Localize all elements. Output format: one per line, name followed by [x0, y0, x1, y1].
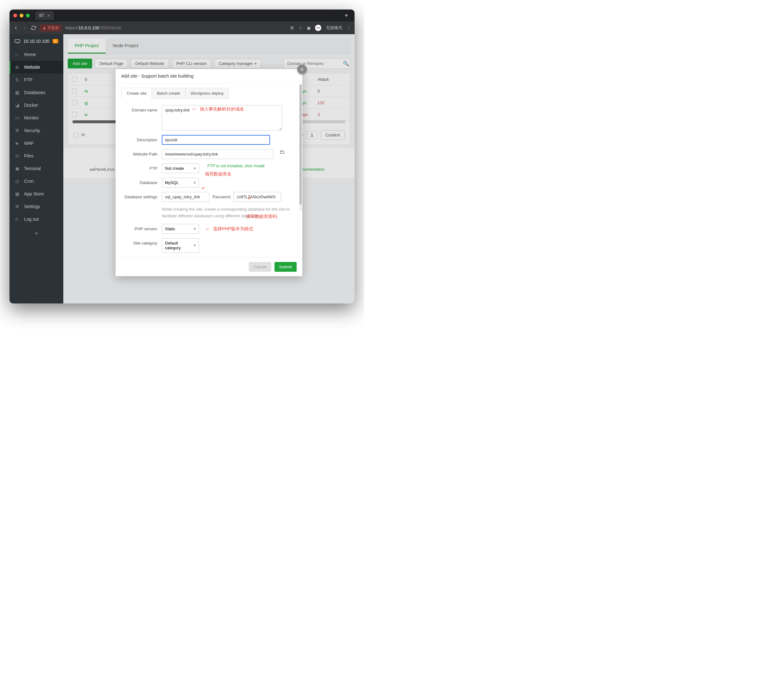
sidebar-item-files[interactable]: 🗀Files	[10, 150, 63, 162]
url-display[interactable]: https://10.0.0.100:99554/site	[65, 25, 286, 30]
svg-rect-0	[15, 40, 20, 42]
tab-create-site[interactable]: Create site	[121, 88, 152, 99]
warning-icon: ▲	[42, 26, 46, 30]
db-note: While creating the site, create a corres…	[162, 206, 295, 220]
tab-batch-create[interactable]: Batch create	[152, 88, 186, 99]
field-site-category: Site category Default category	[123, 238, 295, 253]
new-tab-button[interactable]: +	[342, 12, 351, 19]
browser-window: BT × + ▲ 不安全 https://10.0.0.100:99554/si…	[10, 10, 354, 303]
field-ftp: FTP Not create FTP is not installed, cli…	[123, 163, 295, 173]
sidebar-item-ftp[interactable]: ⇅FTP	[10, 73, 63, 86]
window-close-dot[interactable]	[13, 13, 17, 17]
gear-icon: ⚙	[15, 204, 20, 209]
folder-browse-icon[interactable]: 🗀	[279, 149, 284, 155]
sidebar-item-home[interactable]: ⌂Home	[10, 48, 63, 61]
sidebar-item-security[interactable]: ⛨Security	[10, 124, 63, 137]
ftp-icon: ⇅	[15, 77, 20, 82]
ftp-select[interactable]: Not create	[162, 163, 199, 173]
monitor-icon: ▭	[15, 115, 20, 120]
db-password-input[interactable]	[234, 192, 281, 202]
submit-button[interactable]: Submit	[274, 262, 297, 272]
field-database-settings: Database settings Password ↙ ↗	[123, 192, 295, 202]
window-min-dot[interactable]	[20, 13, 23, 17]
bookmark-icon[interactable]: ☆	[299, 26, 302, 30]
sidebar-add-button[interactable]: +	[10, 225, 63, 242]
home-icon: ⌂	[15, 52, 20, 57]
sidebar-item-settings[interactable]: ⚙Settings	[10, 200, 63, 213]
modal-overlay: × Add site - Support batch site building…	[63, 34, 354, 303]
database-icon: ▦	[15, 90, 20, 95]
folder-icon: 🗀	[15, 153, 20, 158]
monitor-icon	[15, 39, 20, 43]
database-select[interactable]: MySQL	[162, 178, 199, 188]
sidebar-item-logout[interactable]: ⎋Log out	[10, 213, 63, 225]
incognito-icon: 👓	[315, 25, 321, 31]
modal-footer: Cancel Submit	[116, 257, 302, 276]
modal-scrollbar[interactable]	[299, 84, 302, 211]
window-max-dot[interactable]	[26, 13, 30, 17]
menu-icon[interactable]: ⋮	[347, 26, 351, 30]
appstore-icon: ▦	[15, 191, 20, 197]
website-path-input[interactable]	[162, 149, 273, 159]
back-icon[interactable]	[13, 25, 18, 30]
modal-close-button[interactable]: ×	[297, 65, 307, 74]
docker-icon: ◪	[15, 103, 20, 108]
address-bar: ▲ 不安全 https://10.0.0.100:99554/site 🖹 ☆ …	[10, 22, 354, 34]
server-ip: 10.10.10.100	[23, 38, 49, 44]
translate-icon[interactable]: 🖹	[290, 26, 294, 30]
ftp-install-link[interactable]: FTP is not installed, click Install	[207, 163, 264, 168]
field-database: Database MySQL 填写数据库名	[123, 178, 295, 188]
app-root: 10.10.10.100 0 ⌂Home ⊕Website ⇅FTP ▦Data…	[10, 34, 354, 303]
domain-input[interactable]: upay.totry.link	[162, 105, 282, 130]
description-input[interactable]	[162, 135, 270, 145]
forward-icon[interactable]	[22, 25, 27, 30]
reload-icon[interactable]	[31, 25, 36, 30]
modal-title: Add site - Support batch site building	[116, 69, 302, 83]
add-site-modal: × Add site - Support batch site building…	[116, 69, 302, 276]
cron-icon: ◷	[15, 178, 20, 184]
tab-close-icon[interactable]: ×	[47, 13, 50, 18]
sidebar-item-appstore[interactable]: ▦App Store	[10, 188, 63, 200]
titlebar: BT × +	[10, 10, 354, 22]
sidebar-item-docker[interactable]: ◪Docker	[10, 99, 63, 112]
security-badge[interactable]: ▲ 不安全	[40, 24, 62, 32]
sidebar-item-waf[interactable]: ◈WAF	[10, 137, 63, 150]
terminal-icon: ▣	[15, 166, 20, 171]
cancel-button[interactable]: Cancel	[249, 262, 271, 272]
site-category-select[interactable]: Default category	[162, 238, 199, 253]
tab-title: BT	[39, 13, 44, 18]
sidebar-header: 10.10.10.100 0	[10, 34, 63, 48]
browser-tab[interactable]: BT ×	[35, 11, 54, 20]
main-panel: PHP Project Node Project Add site Defaul…	[63, 34, 354, 303]
tab-wordpress-deploy[interactable]: Wordpress deploy	[186, 88, 229, 99]
sidebar-item-terminal[interactable]: ▣Terminal	[10, 162, 63, 175]
globe-icon: ⊕	[15, 65, 20, 70]
logout-icon: ⎋	[15, 217, 20, 222]
field-domain: Domain name upay.totry.link 填入事先解析好的域名	[123, 105, 295, 130]
field-description: Description	[123, 135, 295, 145]
sidebar-item-cron[interactable]: ◷Cron	[10, 175, 63, 188]
incognito-label: 无痕模式	[326, 25, 342, 31]
field-php-version: PHP version Static 选择PHP版本为静态	[123, 224, 295, 234]
db-name-input[interactable]	[162, 192, 209, 202]
modal-body: Domain name upay.totry.link 填入事先解析好的域名 D…	[116, 99, 302, 257]
waf-icon: ◈	[15, 141, 20, 146]
sidebar-item-monitor[interactable]: ▭Monitor	[10, 112, 63, 124]
field-path: Website Path 🗀	[123, 149, 295, 159]
php-version-select[interactable]: Static	[162, 224, 199, 234]
modal-tabs: Create site Batch create Wordpress deplo…	[116, 83, 302, 99]
sidebar-item-databases[interactable]: ▦Databases	[10, 86, 63, 99]
sidebar-item-website[interactable]: ⊕Website	[10, 61, 63, 73]
alert-count[interactable]: 0	[53, 39, 58, 43]
shield-icon: ⛨	[15, 128, 20, 133]
sidebar: 10.10.10.100 0 ⌂Home ⊕Website ⇅FTP ▦Data…	[10, 34, 63, 303]
extensions-icon[interactable]: ▣	[307, 26, 311, 30]
